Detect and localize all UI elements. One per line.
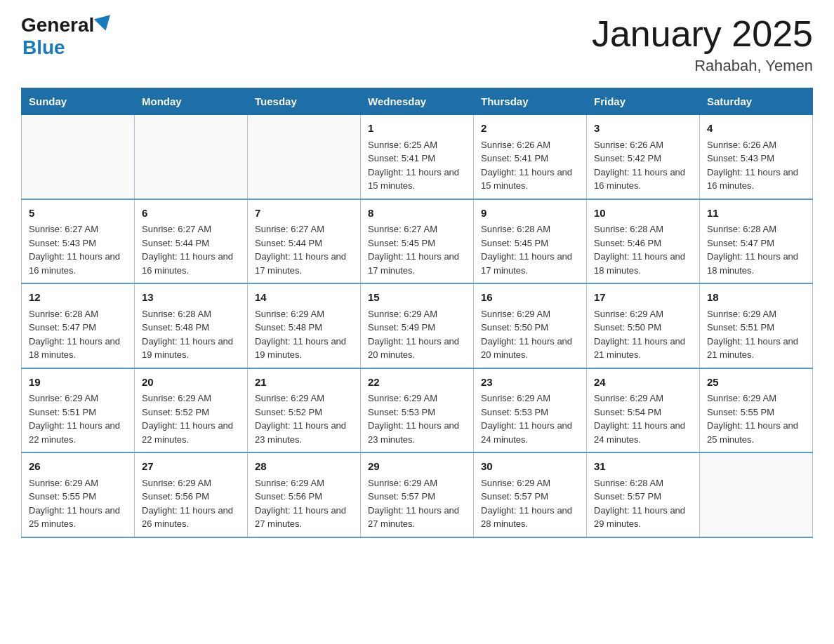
column-header-thursday: Thursday [474,88,587,115]
day-number: 30 [481,459,579,475]
calendar-cell: 10Sunrise: 6:28 AM Sunset: 5:46 PM Dayli… [587,199,700,284]
calendar-cell: 15Sunrise: 6:29 AM Sunset: 5:49 PM Dayli… [361,283,474,368]
calendar-week-row: 26Sunrise: 6:29 AM Sunset: 5:55 PM Dayli… [22,452,813,537]
calendar-cell: 5Sunrise: 6:27 AM Sunset: 5:43 PM Daylig… [22,199,135,284]
day-info: Sunrise: 6:29 AM Sunset: 5:54 PM Dayligh… [594,393,685,445]
day-info: Sunrise: 6:29 AM Sunset: 5:55 PM Dayligh… [29,478,120,530]
column-header-friday: Friday [587,88,700,115]
day-number: 17 [594,290,692,306]
calendar-cell: 31Sunrise: 6:28 AM Sunset: 5:57 PM Dayli… [587,452,700,537]
calendar-cell [700,452,813,537]
day-info: Sunrise: 6:27 AM Sunset: 5:44 PM Dayligh… [142,224,233,276]
day-info: Sunrise: 6:28 AM Sunset: 5:47 PM Dayligh… [707,224,798,276]
day-info: Sunrise: 6:28 AM Sunset: 5:46 PM Dayligh… [594,224,685,276]
calendar-cell: 19Sunrise: 6:29 AM Sunset: 5:51 PM Dayli… [22,368,135,453]
calendar-cell: 23Sunrise: 6:29 AM Sunset: 5:53 PM Dayli… [474,368,587,453]
calendar-week-row: 19Sunrise: 6:29 AM Sunset: 5:51 PM Dayli… [22,368,813,453]
day-number: 27 [142,459,240,475]
day-number: 23 [481,375,579,391]
calendar-cell: 17Sunrise: 6:29 AM Sunset: 5:50 PM Dayli… [587,283,700,368]
calendar-cell [22,115,135,199]
day-info: Sunrise: 6:29 AM Sunset: 5:52 PM Dayligh… [142,393,233,445]
day-number: 14 [255,290,353,306]
logo-general-text: General [21,14,94,36]
day-info: Sunrise: 6:29 AM Sunset: 5:56 PM Dayligh… [255,478,346,530]
logo: General Blue [21,14,112,59]
calendar-cell: 16Sunrise: 6:29 AM Sunset: 5:50 PM Dayli… [474,283,587,368]
calendar-cell: 2Sunrise: 6:26 AM Sunset: 5:41 PM Daylig… [474,115,587,199]
day-number: 9 [481,206,579,222]
calendar-cell: 22Sunrise: 6:29 AM Sunset: 5:53 PM Dayli… [361,368,474,453]
day-number: 31 [594,459,692,475]
calendar-cell: 4Sunrise: 6:26 AM Sunset: 5:43 PM Daylig… [700,115,813,199]
day-info: Sunrise: 6:29 AM Sunset: 5:51 PM Dayligh… [707,309,798,361]
logo-triangle-icon [94,15,114,33]
day-info: Sunrise: 6:29 AM Sunset: 5:50 PM Dayligh… [481,309,572,361]
day-number: 25 [707,375,805,391]
calendar-cell: 6Sunrise: 6:27 AM Sunset: 5:44 PM Daylig… [135,199,248,284]
calendar-cell: 12Sunrise: 6:28 AM Sunset: 5:47 PM Dayli… [22,283,135,368]
day-number: 4 [707,121,805,137]
day-info: Sunrise: 6:26 AM Sunset: 5:42 PM Dayligh… [594,140,685,192]
calendar-title-area: January 2025 Rahabah, Yemen [592,14,813,75]
day-info: Sunrise: 6:26 AM Sunset: 5:43 PM Dayligh… [707,140,798,192]
day-number: 22 [368,375,466,391]
calendar-cell: 14Sunrise: 6:29 AM Sunset: 5:48 PM Dayli… [248,283,361,368]
column-header-tuesday: Tuesday [248,88,361,115]
day-number: 26 [29,459,127,475]
column-header-monday: Monday [135,88,248,115]
calendar-table: SundayMondayTuesdayWednesdayThursdayFrid… [21,88,813,538]
calendar-cell: 28Sunrise: 6:29 AM Sunset: 5:56 PM Dayli… [248,452,361,537]
day-number: 28 [255,459,353,475]
calendar-cell: 21Sunrise: 6:29 AM Sunset: 5:52 PM Dayli… [248,368,361,453]
day-info: Sunrise: 6:29 AM Sunset: 5:53 PM Dayligh… [368,393,459,445]
day-number: 10 [594,206,692,222]
day-info: Sunrise: 6:29 AM Sunset: 5:55 PM Dayligh… [707,393,798,445]
calendar-cell: 18Sunrise: 6:29 AM Sunset: 5:51 PM Dayli… [700,283,813,368]
calendar-cell: 13Sunrise: 6:28 AM Sunset: 5:48 PM Dayli… [135,283,248,368]
day-info: Sunrise: 6:29 AM Sunset: 5:51 PM Dayligh… [29,393,120,445]
day-info: Sunrise: 6:28 AM Sunset: 5:48 PM Dayligh… [142,309,233,361]
day-number: 2 [481,121,579,137]
day-number: 12 [29,290,127,306]
calendar-cell: 7Sunrise: 6:27 AM Sunset: 5:44 PM Daylig… [248,199,361,284]
day-info: Sunrise: 6:27 AM Sunset: 5:44 PM Dayligh… [255,224,346,276]
calendar-week-row: 12Sunrise: 6:28 AM Sunset: 5:47 PM Dayli… [22,283,813,368]
calendar-subtitle: Rahabah, Yemen [592,57,813,75]
calendar-cell: 27Sunrise: 6:29 AM Sunset: 5:56 PM Dayli… [135,452,248,537]
day-info: Sunrise: 6:29 AM Sunset: 5:50 PM Dayligh… [594,309,685,361]
calendar-cell [248,115,361,199]
day-info: Sunrise: 6:28 AM Sunset: 5:45 PM Dayligh… [481,224,572,276]
day-number: 13 [142,290,240,306]
calendar-cell: 8Sunrise: 6:27 AM Sunset: 5:45 PM Daylig… [361,199,474,284]
calendar-cell: 24Sunrise: 6:29 AM Sunset: 5:54 PM Dayli… [587,368,700,453]
calendar-week-row: 5Sunrise: 6:27 AM Sunset: 5:43 PM Daylig… [22,199,813,284]
day-number: 16 [481,290,579,306]
calendar-cell: 25Sunrise: 6:29 AM Sunset: 5:55 PM Dayli… [700,368,813,453]
calendar-week-row: 1Sunrise: 6:25 AM Sunset: 5:41 PM Daylig… [22,115,813,199]
day-number: 6 [142,206,240,222]
column-header-wednesday: Wednesday [361,88,474,115]
day-info: Sunrise: 6:29 AM Sunset: 5:48 PM Dayligh… [255,309,346,361]
day-number: 20 [142,375,240,391]
calendar-cell: 30Sunrise: 6:29 AM Sunset: 5:57 PM Dayli… [474,452,587,537]
day-info: Sunrise: 6:29 AM Sunset: 5:57 PM Dayligh… [368,478,459,530]
column-header-saturday: Saturday [700,88,813,115]
calendar-cell: 9Sunrise: 6:28 AM Sunset: 5:45 PM Daylig… [474,199,587,284]
day-info: Sunrise: 6:27 AM Sunset: 5:45 PM Dayligh… [368,224,459,276]
calendar-cell: 11Sunrise: 6:28 AM Sunset: 5:47 PM Dayli… [700,199,813,284]
day-number: 5 [29,206,127,222]
day-number: 18 [707,290,805,306]
calendar-cell [135,115,248,199]
logo-blue-text: Blue [22,36,112,59]
calendar-cell: 20Sunrise: 6:29 AM Sunset: 5:52 PM Dayli… [135,368,248,453]
day-number: 8 [368,206,466,222]
day-info: Sunrise: 6:29 AM Sunset: 5:52 PM Dayligh… [255,393,346,445]
calendar-header-row: SundayMondayTuesdayWednesdayThursdayFrid… [22,88,813,115]
calendar-cell: 29Sunrise: 6:29 AM Sunset: 5:57 PM Dayli… [361,452,474,537]
day-number: 3 [594,121,692,137]
day-info: Sunrise: 6:29 AM Sunset: 5:56 PM Dayligh… [142,478,233,530]
day-number: 19 [29,375,127,391]
day-info: Sunrise: 6:28 AM Sunset: 5:57 PM Dayligh… [594,478,685,530]
day-number: 24 [594,375,692,391]
